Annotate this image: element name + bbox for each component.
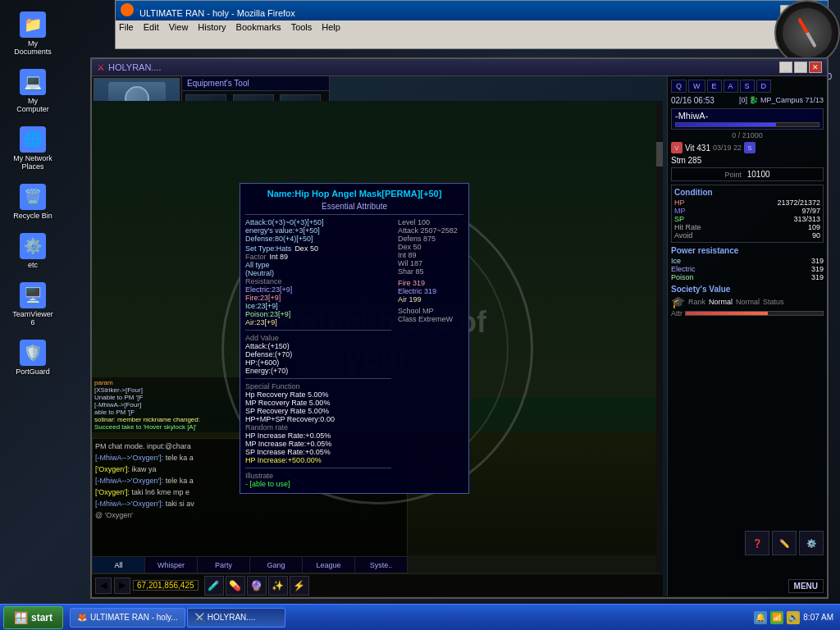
- tooltip-mp-recovery: MP Recovery Rate 5.00%: [245, 399, 391, 407]
- bottom-bar-icon-2[interactable]: ▶: [114, 578, 130, 594]
- param-msg-1: [XStriker->[Four]: [94, 386, 253, 394]
- tooltip-int: Int 89: [270, 253, 289, 261]
- menu-bookmarks[interactable]: Bookmarks: [236, 22, 281, 32]
- tray-icon-1: 🔔: [754, 611, 767, 624]
- game-minimize-button[interactable]: _: [779, 62, 792, 73]
- action-icon-3[interactable]: 🔮: [247, 576, 267, 596]
- menu-edit[interactable]: Edit: [144, 22, 159, 32]
- tooltip-fire: Fire:23[+9]: [245, 294, 391, 302]
- chat-tab-system[interactable]: Syste..: [355, 557, 407, 573]
- taskbar-firefox-label: ULTIMATE RAN - holy...: [90, 613, 178, 622]
- tooltip-sp-increase-rate: SP Increase Rate:+0.05%: [245, 448, 391, 456]
- tooltip-hp-recovery: Hp Recovery Rate 5.00%: [245, 390, 391, 399]
- bottom-icon-1[interactable]: ❓: [745, 531, 769, 555]
- power-resistance-section: Power resistance Ice 319 Electric 319 Po…: [671, 246, 824, 281]
- bottom-icon-3[interactable]: ⚙️: [799, 531, 824, 555]
- tooltip-random-rate: Random rate: [245, 423, 391, 431]
- game-title-icon: ⚔: [97, 62, 105, 73]
- teamviewer-icon: 🖥️: [20, 282, 46, 308]
- society-attr-label: Attr: [671, 309, 682, 317]
- society-rank-label: Rank: [688, 298, 705, 306]
- tooltip-left-col: Attack:0(+3)~0(+3)[+50] energy's value:+…: [245, 218, 391, 488]
- start-button[interactable]: 🪟 start: [3, 606, 63, 629]
- action-icon-5[interactable]: ⚡: [290, 576, 309, 596]
- tooltip-stat-class: Class ExtremeW: [398, 315, 463, 323]
- game-maximize-button[interactable]: □: [794, 62, 807, 73]
- chat-tab-league[interactable]: League: [303, 557, 355, 573]
- res-ice-label: Ice: [671, 257, 681, 265]
- compass: [774, 0, 840, 66]
- hud-tab-s[interactable]: S: [740, 80, 755, 93]
- taskbar-items: 🦊 ULTIMATE RAN - holy... ⚔️ HOLYRAN....: [66, 608, 747, 628]
- chat-tab-gang[interactable]: Gang: [250, 557, 303, 573]
- cond-hitrate-value: 109: [808, 223, 820, 231]
- taskbar-item-firefox[interactable]: 🦊 ULTIMATE RAN - holy...: [70, 608, 185, 628]
- cond-mp-label: MP: [674, 207, 686, 215]
- condition-section: Condition HP 21372/21372 MP 97/97 SP 313…: [671, 185, 824, 243]
- society-status-label: Normal: [736, 298, 760, 306]
- menu-history[interactable]: History: [198, 22, 226, 32]
- desktop-icon-recycle[interactable]: 🗑️ Recycle Bin: [8, 180, 57, 223]
- desktop-icon-portguard[interactable]: 🛡️ PortGuard: [8, 336, 57, 379]
- hud-datetime: 02/16 06:53: [671, 96, 714, 105]
- teamviewer-label: TeamViewer 6: [11, 310, 54, 326]
- tooltip-stat-electric: Electric 319: [398, 287, 463, 295]
- society-section: Society's Value 🎓 Rank Normal Normal Sta…: [671, 285, 824, 317]
- mydocs-label: My Documents: [11, 39, 54, 56]
- tooltip-right-col: Level 100 Attack 2507~2582 Defens 875 De…: [398, 218, 463, 488]
- hud-tab-q[interactable]: Q: [671, 80, 687, 93]
- desktop-icon-mycomputer[interactable]: 💻 My Computer: [8, 66, 57, 116]
- tooltip-divider-3: [245, 378, 391, 379]
- firefox-icon: [121, 3, 134, 16]
- desktop-icon-teamviewer[interactable]: 🖥️ TeamViewer 6: [8, 279, 57, 330]
- desktop-icon-network[interactable]: 🌐 My Network Places: [8, 123, 57, 174]
- desktop-icon-mydocs[interactable]: 📁 My Documents: [8, 8, 57, 59]
- action-icon-2[interactable]: 💊: [226, 576, 245, 596]
- taskbar-item-game[interactable]: ⚔️ HOLYRAN....: [187, 608, 285, 628]
- power-res-title: Power resistance: [671, 246, 824, 255]
- game-titlebar: ⚔ HOLYRAN.... _ □ ✕: [92, 59, 827, 76]
- portguard-icon: 🛡️: [20, 340, 46, 366]
- menu-view[interactable]: View: [169, 22, 189, 32]
- hud-tab-a[interactable]: A: [724, 80, 738, 93]
- point-label: Point: [724, 171, 742, 179]
- scrollbar[interactable]: [656, 101, 663, 573]
- chat-tab-whisper[interactable]: Whisper: [145, 557, 198, 573]
- menu-file[interactable]: File: [119, 22, 134, 32]
- tooltip-attack: Attack:0(+3)~0(+3)[+50]: [245, 218, 391, 226]
- vit-value: Vit 431: [685, 144, 710, 153]
- res-electric-value: 319: [811, 265, 824, 273]
- compass-inner: [783, 8, 832, 57]
- menu-help[interactable]: Help: [322, 22, 340, 32]
- bottom-icon-2[interactable]: ✏️: [772, 531, 797, 555]
- hud-tab-e[interactable]: E: [707, 80, 722, 93]
- action-icon-4[interactable]: ✨: [268, 576, 288, 596]
- cond-mp-row: MP 97/97: [674, 207, 820, 215]
- tooltip-add-hp: HP:(+600): [245, 358, 391, 367]
- cond-sp-row: SP 313/313: [674, 215, 820, 223]
- game-close-button[interactable]: ✕: [809, 62, 822, 73]
- compass-needle: [797, 18, 816, 48]
- res-ice-row: Ice 319: [671, 257, 824, 265]
- hud-tab-d[interactable]: D: [756, 80, 772, 93]
- cond-avoid-row: Avoid 90: [674, 231, 820, 240]
- tooltip-electric: Electric:23[+9]: [245, 285, 391, 294]
- hud-tab-w[interactable]: W: [688, 80, 705, 93]
- param-msg-6: Succeed take to 'Hover skylock [A]': [94, 423, 253, 431]
- desktop-icon-etc[interactable]: ⚙️ etc: [8, 230, 57, 272]
- condition-title: Condition: [674, 188, 820, 197]
- menu-tools[interactable]: Tools: [291, 22, 313, 32]
- school-icon: 🎓: [671, 295, 685, 308]
- tooltip-mp-increase: MP Increase Rate:+0.05%: [245, 440, 391, 448]
- cond-mp-value: 97/97: [801, 207, 820, 215]
- action-icon-1[interactable]: 🧪: [204, 576, 224, 596]
- cond-hp-label: HP: [674, 199, 685, 207]
- tooltip-alltype: All type: [245, 261, 391, 269]
- scrollbar-thumb[interactable]: [656, 142, 663, 167]
- taskbar-game-icon: ⚔️: [194, 613, 204, 622]
- chat-tab-party[interactable]: Party: [198, 557, 250, 573]
- res-electric-row: Electric 319: [671, 265, 824, 273]
- chat-tab-all[interactable]: All: [93, 557, 145, 573]
- bottom-bar-icon-1[interactable]: ◀: [95, 578, 112, 594]
- menu-button[interactable]: MENU: [788, 579, 824, 593]
